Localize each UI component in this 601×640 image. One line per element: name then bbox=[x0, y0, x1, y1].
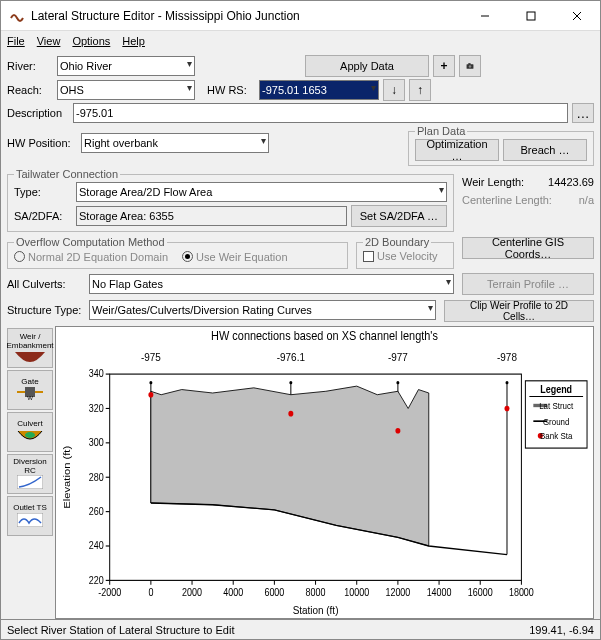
svg-text:4000: 4000 bbox=[223, 586, 243, 598]
svg-text:6000: 6000 bbox=[264, 586, 284, 598]
svg-text:-977: -977 bbox=[388, 350, 408, 363]
svg-point-20 bbox=[289, 381, 292, 384]
svg-text:Elevation (ft): Elevation (ft) bbox=[61, 445, 72, 508]
svg-text:W: W bbox=[27, 395, 33, 401]
svg-text:16000: 16000 bbox=[468, 586, 493, 598]
outlet-ts-button[interactable]: Outlet TS bbox=[7, 496, 53, 536]
svg-text:340: 340 bbox=[89, 367, 104, 379]
up-arrow-button[interactable]: ↑ bbox=[409, 79, 431, 101]
svg-text:Ground: Ground bbox=[543, 416, 570, 427]
description-label: Description bbox=[7, 107, 69, 119]
centerline-length-value: n/a bbox=[556, 194, 594, 206]
svg-text:Station (ft): Station (ft) bbox=[293, 603, 339, 616]
description-more-button[interactable]: … bbox=[572, 103, 594, 123]
weir-length-value: 14423.69 bbox=[542, 176, 594, 188]
menu-options[interactable]: Options bbox=[72, 35, 110, 47]
svg-point-68 bbox=[395, 428, 400, 434]
all-culverts-label: All Culverts: bbox=[7, 278, 85, 290]
svg-point-26 bbox=[505, 381, 508, 384]
tw-type-select[interactable]: Storage Area/2D Flow Area bbox=[76, 182, 447, 202]
svg-text:280: 280 bbox=[89, 471, 104, 483]
tailwater-legend: Tailwater Connection bbox=[14, 168, 120, 180]
chart-area[interactable]: HW connections based on XS channel lengt… bbox=[55, 326, 594, 620]
structure-type-select[interactable]: Weir/Gates/Culverts/Diversion Rating Cur… bbox=[89, 300, 436, 320]
svg-text:220: 220 bbox=[89, 574, 104, 586]
reach-label: Reach: bbox=[7, 84, 53, 96]
svg-text:10000: 10000 bbox=[344, 586, 369, 598]
sa2dfa-label: SA/2DFA: bbox=[14, 210, 72, 222]
svg-point-6 bbox=[469, 65, 472, 68]
svg-rect-5 bbox=[468, 63, 470, 65]
svg-rect-1 bbox=[527, 12, 535, 20]
menu-file[interactable]: File bbox=[7, 35, 25, 47]
description-input[interactable] bbox=[73, 103, 568, 123]
apply-data-button[interactable]: Apply Data bbox=[305, 55, 429, 77]
window-title: Lateral Structure Editor - Mississippi O… bbox=[31, 9, 462, 23]
svg-text:0: 0 bbox=[148, 586, 153, 598]
plus-button[interactable]: + bbox=[433, 55, 455, 77]
minimize-button[interactable] bbox=[462, 1, 508, 31]
svg-text:14000: 14000 bbox=[427, 586, 452, 598]
status-text: Select River Station of Lateral Structur… bbox=[7, 624, 234, 636]
menu-help[interactable]: Help bbox=[122, 35, 145, 47]
weir-embankment-button[interactable]: Weir / Embankment bbox=[7, 328, 53, 368]
hwrs-label: HW RS: bbox=[207, 84, 255, 96]
svg-point-67 bbox=[288, 410, 293, 416]
centerline-gis-button[interactable]: Centerline GIS Coords… bbox=[462, 237, 594, 259]
svg-text:2000: 2000 bbox=[182, 586, 202, 598]
close-button[interactable] bbox=[554, 1, 600, 31]
overflow-legend: Overflow Computation Method bbox=[14, 236, 167, 248]
clip-weir-button[interactable]: Clip Weir Profile to 2D Cells… bbox=[444, 300, 594, 322]
terrain-profile-button[interactable]: Terrain Profile … bbox=[462, 273, 594, 295]
svg-text:18000: 18000 bbox=[509, 586, 534, 598]
plan-data-legend: Plan Data bbox=[415, 125, 467, 137]
svg-point-11 bbox=[25, 432, 35, 438]
app-icon bbox=[9, 8, 25, 24]
svg-text:240: 240 bbox=[89, 539, 104, 551]
svg-text:12000: 12000 bbox=[385, 586, 410, 598]
svg-text:-978: -978 bbox=[497, 350, 517, 363]
svg-point-66 bbox=[148, 391, 153, 397]
breach-button[interactable]: Breach … bbox=[503, 139, 587, 161]
svg-point-69 bbox=[505, 405, 510, 411]
svg-text:8000: 8000 bbox=[306, 586, 326, 598]
maximize-button[interactable] bbox=[508, 1, 554, 31]
hwrs-select[interactable]: -975.01 1653 bbox=[259, 80, 379, 100]
structure-type-label: Structure Type: bbox=[7, 304, 85, 316]
all-culverts-select[interactable]: No Flap Gates bbox=[89, 274, 454, 294]
svg-text:320: 320 bbox=[89, 402, 104, 414]
svg-text:Bank Sta: Bank Sta bbox=[540, 430, 573, 441]
use-velocity-checkbox[interactable]: Use Velocity bbox=[363, 250, 438, 262]
svg-text:Legend: Legend bbox=[540, 383, 572, 395]
river-select[interactable]: Ohio River bbox=[57, 56, 195, 76]
reach-select[interactable]: OHS bbox=[57, 80, 195, 100]
river-label: River: bbox=[7, 60, 53, 72]
svg-text:-976.1: -976.1 bbox=[277, 350, 305, 363]
down-arrow-button[interactable]: ↓ bbox=[383, 79, 405, 101]
status-coords: 199.41, -6.94 bbox=[529, 624, 594, 636]
hw-position-select[interactable]: Right overbank bbox=[81, 133, 269, 153]
svg-text:-2000: -2000 bbox=[98, 586, 121, 598]
diversion-rc-button[interactable]: Diversion RC bbox=[7, 454, 53, 494]
camera-button[interactable] bbox=[459, 55, 481, 77]
set-sa2dfa-button[interactable]: Set SA/2DFA … bbox=[351, 205, 447, 227]
tw-type-label: Type: bbox=[14, 186, 72, 198]
svg-point-17 bbox=[149, 381, 152, 384]
svg-text:-975: -975 bbox=[141, 350, 161, 363]
weir-length-label: Weir Length: bbox=[462, 176, 538, 188]
svg-text:260: 260 bbox=[89, 505, 104, 517]
menu-view[interactable]: View bbox=[37, 35, 61, 47]
svg-point-23 bbox=[396, 381, 399, 384]
sa2dfa-display: Storage Area: 6355 bbox=[76, 206, 347, 226]
twod-boundary-legend: 2D Boundary bbox=[363, 236, 431, 248]
culvert-button[interactable]: Culvert bbox=[7, 412, 53, 452]
svg-text:300: 300 bbox=[89, 436, 104, 448]
radio-use-weir[interactable]: Use Weir Equation bbox=[182, 251, 288, 263]
hw-position-label: HW Position: bbox=[7, 137, 77, 149]
svg-text:Lat Struct: Lat Struct bbox=[539, 400, 574, 411]
gate-button[interactable]: Gate W bbox=[7, 370, 53, 410]
centerline-length-label: Centerline Length: bbox=[462, 194, 552, 206]
svg-text:HW connections based on XS cha: HW connections based on XS channel lengt… bbox=[211, 328, 438, 342]
optimization-button[interactable]: Optimization … bbox=[415, 139, 499, 161]
radio-normal-2d[interactable]: Normal 2D Equation Domain bbox=[14, 251, 168, 263]
